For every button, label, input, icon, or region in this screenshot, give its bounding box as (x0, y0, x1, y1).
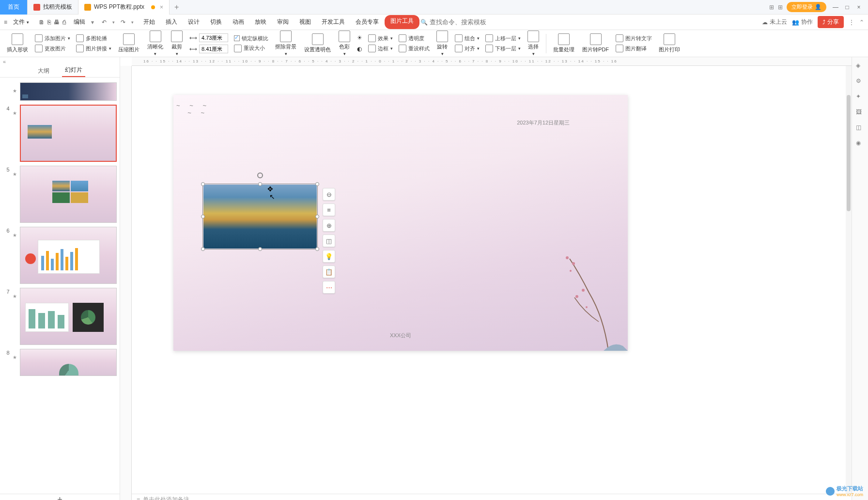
insert-shape[interactable]: 插入形状 (4, 33, 31, 53)
float-extract[interactable]: 📋 (323, 266, 335, 278)
notes-area[interactable]: ≡ 单击此处添加备注 (132, 494, 852, 500)
batch[interactable]: 批量处理 (550, 33, 577, 53)
reset-size[interactable]: 重设大小 (232, 44, 270, 53)
scrollbar-v[interactable] (846, 66, 852, 494)
thumbnail-3-partial[interactable] (20, 82, 117, 101)
layout-icon[interactable]: ⊞ (769, 4, 774, 11)
rotate[interactable]: 旋转▾ (434, 31, 451, 56)
remove-bg[interactable]: 抠除背景▾ (272, 31, 299, 56)
resize-handle-n[interactable] (258, 182, 262, 186)
slide-canvas[interactable]: ~ ~ ~ ~ ~ 2023年7月12日星期三 XXX公司 ✥ ↖ (173, 95, 628, 351)
thumb-row[interactable]: 5 ★ (0, 164, 120, 225)
thumbnail-8[interactable] (20, 349, 117, 376)
more-icon[interactable]: ⋮ (849, 19, 854, 26)
new-tab-button[interactable]: + (170, 3, 184, 12)
close-button[interactable]: × (853, 2, 864, 13)
lock-ratio[interactable]: 锁定纵横比 (232, 34, 270, 43)
close-icon[interactable]: × (160, 4, 163, 11)
reset-style[interactable]: 重设样式 (397, 44, 432, 53)
thumb-row[interactable]: 6 ★ (0, 225, 120, 286)
collab-button[interactable]: 👥 协作 (792, 18, 813, 26)
image-stitch[interactable]: 图片拼接▾ (74, 44, 113, 53)
transparency[interactable]: 透明度 (397, 33, 432, 43)
resize-handle-se[interactable] (315, 247, 319, 251)
thumbnail-5[interactable] (20, 166, 117, 223)
effect[interactable]: 效果▾ (366, 33, 395, 43)
tab-transition[interactable]: 切换 (205, 15, 227, 29)
tab-vip[interactable]: 会员专享 (351, 15, 384, 29)
float-layers[interactable]: ≡ (323, 203, 335, 216)
collapse-panel[interactable]: « (0, 57, 120, 66)
tab-insert[interactable]: 插入 (161, 15, 182, 29)
search-area[interactable]: 🔍 (420, 18, 488, 26)
tab-review[interactable]: 审阅 (272, 15, 294, 29)
translate[interactable]: 图片翻译 (614, 44, 654, 53)
design-icon[interactable]: ◈ (856, 62, 865, 71)
image-tool-icon[interactable]: 🖼 (856, 109, 865, 117)
share-button[interactable]: ⤴ 分享 (818, 16, 844, 28)
thumb-row[interactable]: 4 ★ (0, 103, 120, 164)
adjust-icon[interactable]: ◉ (856, 140, 865, 148)
border[interactable]: 边框▾ (366, 44, 395, 53)
grid-icon[interactable]: ⊞ (778, 4, 783, 11)
tab-slideshow[interactable]: 放映 (250, 15, 271, 29)
tab-templates[interactable]: 找稻壳模板 (28, 0, 78, 15)
settings-icon[interactable]: ⚙ (856, 78, 865, 86)
maximize-button[interactable]: □ (842, 2, 852, 13)
rotate-handle[interactable] (257, 172, 263, 178)
thumbnail-7[interactable] (20, 288, 117, 345)
height-field[interactable]: ⟷ (187, 32, 230, 43)
file-menu[interactable]: 文件 ▾ (11, 18, 31, 26)
resize-handle-s[interactable] (258, 247, 262, 251)
change-image[interactable]: 更改图片 (33, 44, 72, 53)
float-idea[interactable]: 💡 (323, 250, 335, 263)
resize-handle-ne[interactable] (315, 182, 319, 186)
tab-slides[interactable]: 幻灯片 (62, 64, 85, 77)
collapse-icon[interactable]: ⌃ (859, 19, 864, 26)
print-image[interactable]: 图片打印 (656, 33, 683, 53)
resize-handle-e[interactable] (315, 215, 319, 219)
compress-image[interactable]: 压缩图片 (115, 33, 142, 53)
save-icon[interactable]: 🗎 (39, 19, 45, 26)
tab-developer[interactable]: 开发工具 (317, 15, 350, 29)
select[interactable]: 选择▾ (525, 31, 542, 56)
animation-icon[interactable]: ✦ (856, 93, 865, 102)
tab-document[interactable]: WPS PPT教程.pptx × (78, 0, 170, 15)
thumb-row[interactable]: ★ (0, 80, 120, 103)
export-icon[interactable]: ⎘ (47, 19, 51, 26)
multi-carousel[interactable]: 多图轮播 (74, 33, 113, 43)
float-zoom[interactable]: ⊕ (323, 219, 335, 232)
resize-handle-w[interactable] (201, 215, 205, 219)
stack-icon[interactable]: ◫ (856, 124, 865, 133)
thumbnail-6[interactable] (20, 227, 117, 284)
float-crop[interactable]: ◫ (323, 234, 335, 247)
move-down[interactable]: 下移一层▾ (483, 44, 523, 53)
hamburger-icon[interactable]: ≡ (4, 19, 7, 26)
move-up[interactable]: 上移一层▾ (483, 33, 523, 43)
color[interactable]: 色彩▾ (336, 31, 353, 56)
thumb-row[interactable]: 8 ★ (0, 347, 120, 378)
login-button[interactable]: 立即登录 👤 (787, 2, 826, 12)
float-more[interactable]: ⋯ (323, 281, 335, 294)
search-input[interactable] (430, 18, 488, 26)
sharpen[interactable]: 清晰化▾ (144, 31, 166, 56)
set-transparent[interactable]: 设置透明色 (301, 33, 334, 53)
height-input[interactable] (199, 33, 228, 42)
contrast-icon[interactable]: ◐ (355, 44, 364, 54)
crop[interactable]: 裁剪▾ (168, 31, 186, 56)
brightness-icon[interactable]: ☀ (355, 32, 364, 43)
resize-handle-nw[interactable] (201, 182, 205, 186)
edit-menu[interactable]: 编辑 (74, 18, 85, 26)
preview-icon[interactable]: ⎙ (62, 19, 66, 26)
tab-outline[interactable]: 大纲 (35, 65, 52, 77)
minimize-button[interactable]: — (830, 2, 841, 13)
width-input[interactable] (199, 45, 228, 53)
float-collapse[interactable]: ⊖ (323, 188, 335, 201)
thumb-row[interactable]: 7 ★ (0, 286, 120, 347)
print-icon[interactable]: 🖶 (54, 19, 60, 26)
to-text[interactable]: 图片转文字 (614, 33, 654, 43)
add-image[interactable]: 添加图片▾ (33, 33, 72, 43)
width-field[interactable]: ⟷ (187, 44, 230, 54)
cloud-status[interactable]: ☁ 未上云 (762, 18, 787, 26)
tab-animation[interactable]: 动画 (228, 15, 249, 29)
